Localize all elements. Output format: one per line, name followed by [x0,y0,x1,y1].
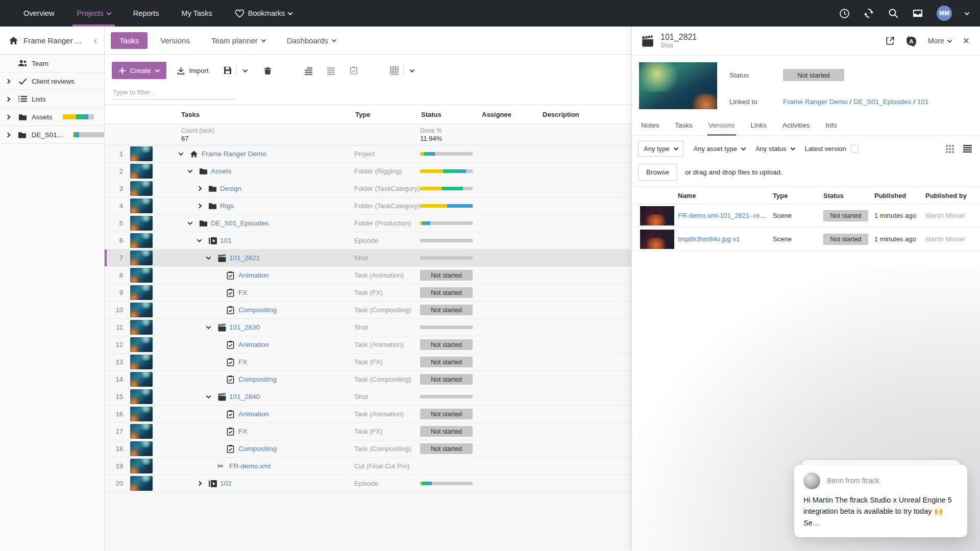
task-row-fx[interactable]: 17FXTask (FX)Not started [105,423,631,440]
entity-link[interactable]: 101_2840 [229,393,260,400]
entity-link[interactable]: FR-demo.xml [229,462,271,470]
entity-link[interactable]: 102 [220,480,232,487]
nav-item-projects[interactable]: Projects [65,0,121,27]
status-badge[interactable]: Not started [420,270,473,281]
version-row[interactable]: tmp8h3hm84o.jpg v1SceneNot started1 minu… [632,228,980,251]
col-type[interactable]: Type [354,111,420,118]
version-status-badge[interactable]: Not started [823,210,868,221]
entity-link[interactable]: Assets [211,167,232,175]
actions-icon[interactable]: A [906,36,917,46]
col-type[interactable]: Type [773,192,823,199]
row-thumbnail[interactable] [130,198,153,213]
entity-link[interactable]: Animation [238,271,269,279]
asset-type-filter-dropdown[interactable]: Any asset type [694,145,745,153]
project-switcher[interactable]: Frame Ranger ... [0,27,104,55]
tab-team-planner[interactable]: Team planner [203,32,274,49]
chevron-down-icon[interactable] [188,221,197,225]
task-row-animation[interactable]: 8AnimationTask (Animation)Not started [105,267,631,284]
panel-tab-activities[interactable]: Activities [781,116,811,135]
status-badge[interactable]: Not started [420,339,473,350]
type-filter-dropdown[interactable]: Any type [638,141,683,157]
browse-button[interactable]: Browse [638,164,677,181]
task-row-101-2840[interactable]: 15101_2840Shot [105,388,631,406]
grid-view-icon[interactable] [946,145,954,153]
status-badge[interactable]: Not started [420,443,473,454]
task-board-icon[interactable] [345,62,362,79]
panel-tab-notes[interactable]: Notes [640,116,660,135]
row-thumbnail[interactable] [130,459,153,473]
row-thumbnail[interactable] [130,441,153,456]
row-thumbnail[interactable] [130,372,153,387]
entity-link[interactable]: Frame Ranger Demo [202,150,266,158]
search-icon[interactable] [888,8,899,19]
col-name[interactable]: Name [678,192,773,199]
row-thumbnail[interactable] [130,181,153,196]
version-status-badge[interactable]: Not started [823,234,868,245]
task-row-compositing[interactable]: 18CompositingTask (Compositing)Not start… [105,440,631,458]
close-icon[interactable]: ✕ [963,36,970,46]
nav-item-my-tasks[interactable]: My Tasks [170,0,224,27]
task-row-rigs[interactable]: 4RigsFolder (TaskCategory) [105,197,631,215]
row-thumbnail[interactable] [130,337,153,352]
row-thumbnail[interactable] [130,251,153,265]
version-link[interactable]: FR-demo.xml-101_2821--revi... [678,212,770,219]
panel-tab-versions[interactable]: Versions [707,116,736,135]
version-row[interactable]: FR-demo.xml-101_2821--revi...SceneNot st… [632,204,980,228]
create-button[interactable]: Create [112,62,166,79]
row-thumbnail[interactable] [130,303,153,317]
row-thumbnail[interactable] [130,355,153,369]
sidebar-item-team[interactable]: Team [0,55,104,72]
task-row-fx[interactable]: 13FXTask (FX)Not started [105,354,631,371]
task-row-fr-demo-xml[interactable]: 19✂FR-demo.xmlCut (Final Cut Pro) [105,458,631,475]
task-row-fx[interactable]: 9FXTask (FX)Not started [105,284,631,302]
entity-link[interactable]: Rigs [220,202,234,210]
latest-version-toggle[interactable]: Latest version [805,145,859,153]
task-row-102[interactable]: 20102Episode [105,475,631,492]
chevron-down-icon[interactable] [965,10,970,15]
chevron-down-icon[interactable] [207,395,215,398]
status-badge[interactable]: Not started [783,69,844,81]
status-badge[interactable]: Not started [420,426,473,437]
delete-button[interactable] [259,62,277,79]
status-filter-dropdown[interactable]: Any status [755,145,795,153]
chevron-down-icon[interactable] [179,152,187,156]
tab-versions[interactable]: Versions [152,32,199,49]
sidebar-item-assets[interactable]: Assets [0,108,104,126]
status-badge[interactable]: Not started [420,287,473,298]
chevron-right-icon[interactable] [198,204,206,208]
chevron-right-icon[interactable] [6,97,14,101]
chevron-right-icon[interactable] [6,80,14,83]
task-row-assets[interactable]: 2AssetsFolder (Rigging) [105,163,631,180]
open-in-new-icon[interactable] [885,36,895,46]
row-thumbnail[interactable] [130,268,153,283]
grid-view-icon[interactable] [386,62,403,79]
status-badge[interactable]: Not started [420,357,473,367]
task-row-101[interactable]: 6101Episode [105,232,631,249]
shot-thumbnail[interactable] [639,62,717,109]
chat-popup[interactable]: Benn from ftrack Hi Martin The ftrack St… [794,465,967,537]
row-density-icon[interactable] [323,62,340,79]
entity-link[interactable]: 101_2821 [229,254,260,262]
version-thumbnail[interactable] [640,206,674,226]
entity-link[interactable]: 101_2830 [229,323,260,331]
chevron-down-icon[interactable] [207,256,215,260]
version-link[interactable]: tmp8h3hm84o.jpg v1 [678,235,740,243]
chevron-right-icon[interactable] [6,133,14,137]
entity-link[interactable]: Animation [238,341,269,348]
col-published-by[interactable]: Published by [925,192,980,199]
status-badge[interactable]: Not started [420,374,473,385]
tab-tasks[interactable]: Tasks [111,32,148,49]
entity-link[interactable]: DE_S01_Episodes [211,219,268,227]
sidebar-item-lists[interactable]: Lists [0,90,104,108]
entity-link[interactable]: Compositing [238,375,277,383]
user-avatar[interactable]: MM [937,6,952,21]
col-description[interactable]: Description [542,111,631,118]
chevron-down-icon[interactable] [188,169,197,173]
col-tasks[interactable]: Tasks [159,111,354,118]
row-thumbnail[interactable] [130,164,153,179]
col-assignee[interactable]: Assignee [481,111,542,118]
entity-link[interactable]: FX [238,428,247,435]
filter-input[interactable] [112,85,237,99]
row-thumbnail[interactable] [130,216,153,231]
list-view-icon[interactable] [963,145,972,153]
